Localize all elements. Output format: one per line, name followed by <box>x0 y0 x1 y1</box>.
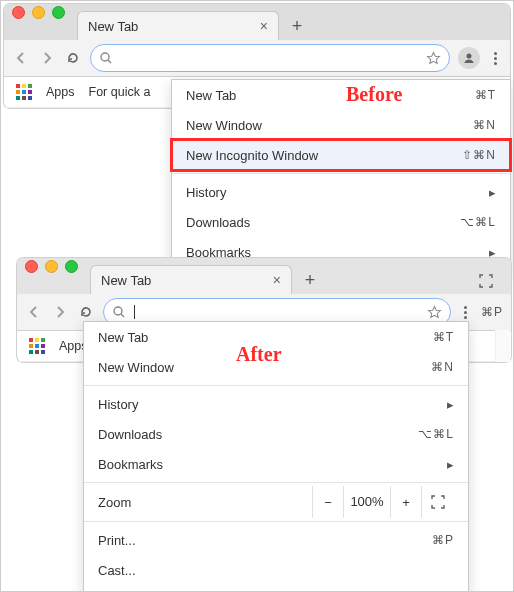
menu-label: Bookmarks <box>98 457 163 472</box>
menu-label: Downloads <box>186 215 250 230</box>
menu-label: Cast... <box>98 563 136 578</box>
window-zoom-button[interactable] <box>52 6 65 19</box>
settings-menu-after: New Tab ⌘T New Window ⌘N History ▸ Downl… <box>83 321 469 592</box>
menu-label: New Incognito Window <box>186 148 318 163</box>
menu-item-history[interactable]: History ▸ <box>84 389 468 419</box>
zoom-in-button[interactable]: + <box>390 486 421 518</box>
menu-shortcut: ⌘T <box>433 330 454 344</box>
menu-item-new-window[interactable]: New Window ⌘N <box>172 110 510 140</box>
menu-item-new-tab[interactable]: New Tab ⌘T <box>84 322 468 352</box>
menu-label: History <box>186 185 226 200</box>
zoom-out-button[interactable]: − <box>312 486 343 518</box>
url-bar[interactable] <box>90 44 450 72</box>
browser-tab[interactable]: New Tab × <box>90 265 292 294</box>
svg-line-4 <box>121 314 124 317</box>
submenu-arrow-icon: ▸ <box>447 397 454 412</box>
menu-item-cast[interactable]: Cast... <box>84 555 468 585</box>
menu-separator <box>172 173 510 174</box>
zoom-controls: − 100% + <box>312 486 454 518</box>
browser-tab[interactable]: New Tab × <box>77 11 279 40</box>
window-zoom-button[interactable] <box>65 260 78 273</box>
reload-icon[interactable] <box>77 304 95 320</box>
svg-point-0 <box>101 53 109 61</box>
menu-item-bookmarks[interactable]: Bookmarks ▸ <box>84 449 468 479</box>
apps-label[interactable]: Apps <box>46 85 75 99</box>
menu-shortcut: ⌘T <box>475 88 496 102</box>
settings-menu-icon[interactable] <box>488 52 502 65</box>
search-icon <box>112 305 126 319</box>
star-icon[interactable] <box>427 305 442 320</box>
menu-shortcut: ⌘N <box>473 118 496 132</box>
menu-label: New Window <box>98 360 174 375</box>
window-minimize-button[interactable] <box>32 6 45 19</box>
menu-label: Zoom <box>98 495 131 510</box>
search-icon <box>99 51 113 65</box>
menu-item-history[interactable]: History ▸ <box>172 177 510 207</box>
window-minimize-button[interactable] <box>45 260 58 273</box>
menu-item-find[interactable]: Find... ⌘F <box>84 585 468 592</box>
menu-label: New Tab <box>186 88 236 103</box>
settings-menu-before: New Tab ⌘T New Window ⌘N New Incognito W… <box>171 79 511 275</box>
menu-separator <box>84 482 468 483</box>
menu-item-new-window[interactable]: New Window ⌘N <box>84 352 468 382</box>
quick-access-label: For quick a <box>89 85 151 99</box>
svg-point-2 <box>467 54 472 59</box>
svg-point-3 <box>114 307 122 315</box>
menu-label: Print... <box>98 533 136 548</box>
forward-icon[interactable] <box>38 50 56 66</box>
toolbar <box>4 40 510 77</box>
back-icon[interactable] <box>12 50 30 66</box>
peek-fullscreen-icon <box>479 274 493 288</box>
menu-separator <box>84 385 468 386</box>
fullscreen-icon[interactable] <box>421 486 454 518</box>
menu-shortcut: ⌥⌘L <box>418 427 454 441</box>
window-close-button[interactable] <box>25 260 38 273</box>
new-tab-button[interactable]: + <box>285 14 309 38</box>
menu-item-incognito[interactable]: New Incognito Window ⇧⌘N <box>172 140 510 170</box>
menu-shortcut: ⌥⌘L <box>460 215 496 229</box>
menu-item-zoom: Zoom − 100% + <box>84 486 468 518</box>
menu-shortcut: ⌘P <box>432 533 454 547</box>
menu-item-new-tab[interactable]: New Tab ⌘T <box>172 80 510 110</box>
menu-item-print[interactable]: Print... ⌘P <box>84 525 468 555</box>
zoom-value: 100% <box>343 486 390 518</box>
menu-separator <box>84 521 468 522</box>
submenu-arrow-icon: ▸ <box>447 457 454 472</box>
text-cursor <box>134 305 135 319</box>
account-icon[interactable] <box>458 47 480 69</box>
new-tab-button[interactable]: + <box>298 268 322 292</box>
apps-icon[interactable] <box>16 84 32 100</box>
tab-title: New Tab <box>88 19 138 34</box>
window-controls <box>25 248 90 294</box>
window-controls <box>12 0 77 40</box>
menu-shortcut: ⌘N <box>431 360 454 374</box>
apps-icon[interactable] <box>29 338 45 354</box>
star-icon[interactable] <box>426 51 441 66</box>
side-shortcut: ⌘P <box>481 305 503 319</box>
close-icon[interactable]: × <box>260 19 268 33</box>
menu-item-downloads[interactable]: Downloads ⌥⌘L <box>172 207 510 237</box>
titlebar: New Tab × + <box>4 4 510 40</box>
titlebar: New Tab × + <box>17 258 511 294</box>
menu-label: Downloads <box>98 427 162 442</box>
reload-icon[interactable] <box>64 50 82 66</box>
scrollbar[interactable] <box>495 330 510 362</box>
window-close-button[interactable] <box>12 6 25 19</box>
submenu-arrow-icon: ▸ <box>489 185 496 200</box>
menu-shortcut: ⇧⌘N <box>462 148 496 162</box>
close-icon[interactable]: × <box>273 273 281 287</box>
back-icon[interactable] <box>25 304 43 320</box>
forward-icon[interactable] <box>51 304 69 320</box>
menu-label: New Tab <box>98 330 148 345</box>
svg-line-1 <box>108 60 111 63</box>
menu-label: New Window <box>186 118 262 133</box>
tab-title: New Tab <box>101 273 151 288</box>
settings-menu-icon[interactable] <box>459 306 473 319</box>
menu-label: History <box>98 397 138 412</box>
menu-item-downloads[interactable]: Downloads ⌥⌘L <box>84 419 468 449</box>
